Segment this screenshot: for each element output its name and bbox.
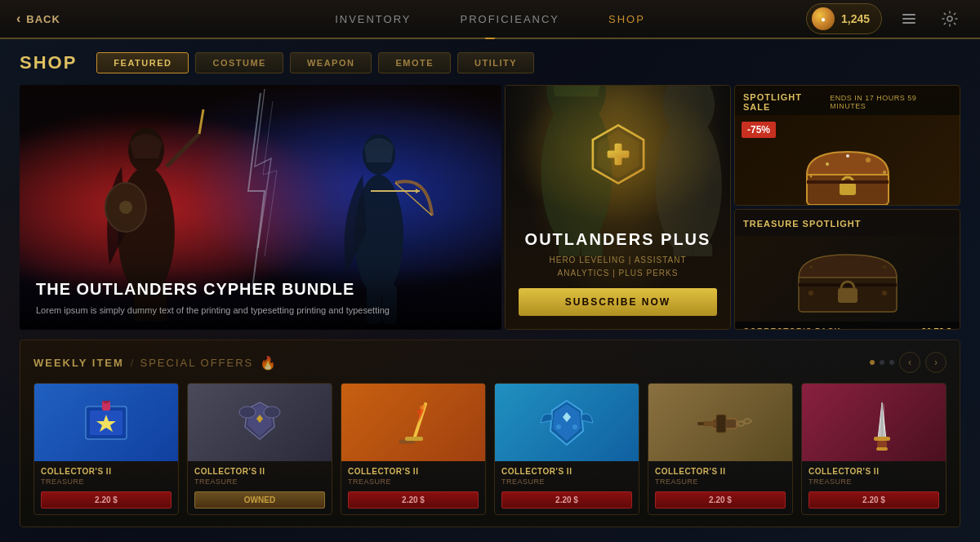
nav-inventory[interactable]: INVENTORY <box>335 13 411 25</box>
pagination-dot-1 <box>870 360 875 365</box>
svg-point-30 <box>883 171 886 174</box>
svg-rect-0 <box>902 14 915 16</box>
featured-grid: THE OUTLANDERS CYPHER BUNDLE Lorem ipsum… <box>20 85 960 330</box>
list-item[interactable]: COLLECTOR'S II TREASURE 2.20 $ <box>494 383 639 515</box>
item-info-2: COLLECTOR'S II TREASURE 2.20 $ <box>341 461 485 514</box>
discount-badge: -75% <box>742 122 776 138</box>
item-card-type-1: TREASURE <box>194 478 325 486</box>
back-button[interactable]: ‹ BACK <box>16 11 60 26</box>
item-icon-0 <box>74 394 139 451</box>
item-price-button-1[interactable]: OWNED <box>194 491 325 509</box>
item-image-2 <box>341 384 485 461</box>
treasure-footer: CORRECTOR'S PACK 30.78 $ <box>735 322 960 330</box>
pagination-dot-3 <box>889 360 894 365</box>
svg-point-64 <box>556 424 561 429</box>
subscribe-now-button[interactable]: SUBSCRIBE NOW <box>519 288 717 316</box>
items-row: COLLECTOR'S II TREASURE 2.20 $ <box>33 383 947 515</box>
treasure-price: 30.78 $ <box>921 327 951 330</box>
spotlight-sale-card[interactable]: SPOTLIGHT SALE ENDS IN 17 HOURS 59 MINUT… <box>734 85 960 206</box>
item-price-button-5[interactable]: 2.20 $ <box>808 491 939 509</box>
treasure-item-image <box>791 242 905 316</box>
main-banner[interactable]: THE OUTLANDERS CYPHER BUNDLE Lorem ipsum… <box>20 85 501 330</box>
svg-point-3 <box>947 16 952 21</box>
spotlight-item-image <box>795 136 901 206</box>
tab-featured[interactable]: FEATURED <box>96 52 189 73</box>
spotlight-timer: ENDS IN 17 HOURS 59 MINUTES <box>830 94 951 110</box>
list-item[interactable]: COLLECTOR'S II TREASURE 2.20 $ <box>648 383 793 515</box>
svg-rect-72 <box>876 447 888 451</box>
item-price-button-0[interactable]: 2.20 $ <box>41 491 172 509</box>
svg-point-39 <box>883 265 886 269</box>
back-label: BACK <box>26 13 60 25</box>
banner-text-area: THE OUTLANDERS CYPHER BUNDLE Lorem ipsum… <box>20 267 501 331</box>
item-icon-1 <box>227 394 292 451</box>
spotlight-header: SPOTLIGHT SALE ENDS IN 17 HOURS 59 MINUT… <box>735 86 960 115</box>
svg-point-37 <box>882 291 887 295</box>
item-info-3: COLLECTOR'S II TREASURE 2.20 $ <box>495 461 639 514</box>
spotlight-image-area: -75% <box>735 115 960 206</box>
svg-rect-70 <box>874 437 890 441</box>
svg-point-29 <box>809 175 812 178</box>
list-item[interactable]: COLLECTOR'S II TREASURE 2.20 $ <box>33 383 179 515</box>
tab-utility[interactable]: UTILITY <box>457 52 534 73</box>
weekly-title: WEEKLY ITEM / SPECIAL OFFERS 🔥 <box>33 355 276 371</box>
list-item[interactable]: COLLECTOR'S II TREASURE 2.20 $ <box>341 383 486 515</box>
item-info-1: COLLECTOR'S II TREASURE OWNED <box>188 461 332 514</box>
item-image-5 <box>802 384 946 461</box>
plus-content: OUTLANDERS PLUS HERO LEVELING | ASSISTAN… <box>506 86 730 329</box>
shop-title: SHOP <box>20 52 77 73</box>
item-card-type-3: TREASURE <box>501 478 632 486</box>
top-navigation: ‹ BACK INVENTORY PROFICIEANCY SHOP ● 1,2… <box>0 0 980 39</box>
pagination-prev-button[interactable]: ‹ <box>899 352 920 373</box>
tab-emote[interactable]: EMOTE <box>378 52 451 73</box>
item-image-1 <box>188 384 332 461</box>
treasure-header: TREASURE SPOTLIGHT <box>735 210 960 236</box>
item-card-name-2: COLLECTOR'S II <box>348 467 479 476</box>
item-card-name-0: COLLECTOR'S II <box>41 467 172 476</box>
item-price-button-3[interactable]: 2.20 $ <box>501 491 632 509</box>
nav-links: INVENTORY PROFICIEANCY SHOP <box>335 13 645 25</box>
treasure-item-name: CORRECTOR'S PACK <box>743 327 841 331</box>
item-price-button-2[interactable]: 2.20 $ <box>348 491 479 509</box>
tab-weapon[interactable]: WEAPON <box>290 52 372 73</box>
nav-proficieancy[interactable]: PROFICIEANCY <box>461 13 560 25</box>
shop-tabs: FEATURED COSTUME WEAPON EMOTE UTILITY <box>96 52 534 73</box>
settings-icon-button[interactable] <box>936 5 964 33</box>
list-item[interactable]: COLLECTOR'S II TREASURE OWNED <box>187 383 332 515</box>
item-price-button-4[interactable]: 2.20 $ <box>655 491 786 509</box>
item-card-name-5: COLLECTOR'S II <box>808 467 939 476</box>
treasure-spotlight-card[interactable]: TREASURE SPOTLIGHT <box>734 209 960 330</box>
flame-icon: 🔥 <box>260 355 276 371</box>
svg-point-65 <box>572 424 577 429</box>
pagination-next-button[interactable]: › <box>925 352 947 373</box>
item-info-4: COLLECTOR'S II TREASURE 2.20 $ <box>648 461 792 514</box>
svg-rect-33 <box>799 283 897 287</box>
tab-costume[interactable]: COSTUME <box>195 52 283 73</box>
plus-title: OUTLANDERS PLUS <box>519 230 717 249</box>
weekly-header: WEEKLY ITEM / SPECIAL OFFERS 🔥 ‹ › <box>33 352 947 373</box>
svg-rect-69 <box>697 422 704 425</box>
item-card-type-2: TREASURE <box>348 478 479 486</box>
item-card-name-4: COLLECTOR'S II <box>655 467 786 476</box>
nav-shop[interactable]: SHOP <box>608 13 645 25</box>
item-card-type-5: TREASURE <box>808 478 939 486</box>
svg-point-38 <box>809 265 813 269</box>
plus-text-area: OUTLANDERS PLUS HERO LEVELING | ASSISTAN… <box>506 222 730 288</box>
menu-icon-button[interactable] <box>895 5 923 33</box>
banner-title: THE OUTLANDERS CYPHER BUNDLE <box>36 280 485 299</box>
svg-rect-67 <box>716 415 726 433</box>
svg-rect-68 <box>702 421 715 426</box>
shop-header: SHOP FEATURED COSTUME WEAPON EMOTE UTILI… <box>20 52 960 73</box>
list-item[interactable]: COLLECTOR'S II TREASURE 2.20 $ <box>801 383 947 515</box>
item-card-name-3: COLLECTOR'S II <box>501 467 632 476</box>
pagination-dot-2 <box>880 360 884 365</box>
item-icon-3 <box>534 394 599 451</box>
special-offers-label: SPECIAL OFFERS <box>140 357 253 369</box>
item-image-0 <box>34 384 178 461</box>
svg-point-26 <box>826 162 829 166</box>
outlanders-plus-card[interactable]: OUTLANDERS PLUS HERO LEVELING | ASSISTAN… <box>505 85 731 330</box>
plus-image-area <box>506 86 730 222</box>
coin-icon: ● <box>812 7 835 30</box>
main-content: SHOP FEATURED COSTUME WEAPON EMOTE UTILI… <box>0 39 980 542</box>
currency-amount: 1,245 <box>841 12 870 25</box>
